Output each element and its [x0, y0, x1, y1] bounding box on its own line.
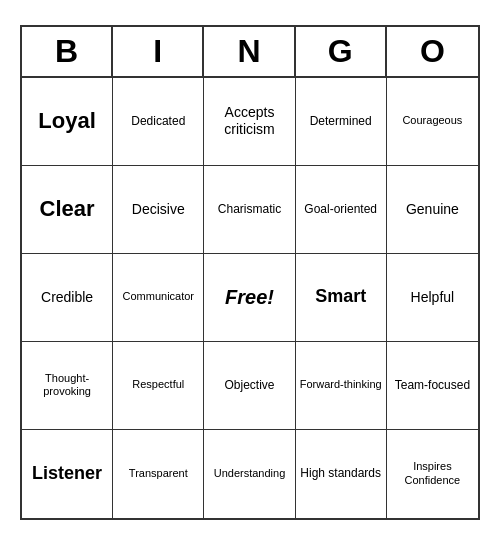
- header-letter: B: [22, 27, 113, 76]
- cell-r3-c2: Objective: [204, 342, 295, 430]
- cell-r3-c4: Team-focused: [387, 342, 478, 430]
- cell-r4-c1: Transparent: [113, 430, 204, 518]
- cell-r1-c2: Charismatic: [204, 166, 295, 254]
- header-letter: G: [296, 27, 387, 76]
- cell-r2-c3: Smart: [296, 254, 387, 342]
- cell-r4-c2: Understanding: [204, 430, 295, 518]
- cell-r0-c0: Loyal: [22, 78, 113, 166]
- cell-r2-c1: Communicator: [113, 254, 204, 342]
- cell-r4-c0: Listener: [22, 430, 113, 518]
- cell-r3-c0: Thought-provoking: [22, 342, 113, 430]
- header-letter: N: [204, 27, 295, 76]
- cell-r2-c0: Credible: [22, 254, 113, 342]
- cell-r1-c4: Genuine: [387, 166, 478, 254]
- cell-r0-c1: Dedicated: [113, 78, 204, 166]
- cell-r1-c0: Clear: [22, 166, 113, 254]
- cell-r4-c4: Inspires Confidence: [387, 430, 478, 518]
- header-letter: O: [387, 27, 478, 76]
- cell-r1-c3: Goal-oriented: [296, 166, 387, 254]
- cell-r3-c3: Forward-thinking: [296, 342, 387, 430]
- bingo-grid: LoyalDedicatedAccepts criticismDetermine…: [22, 78, 478, 518]
- cell-r4-c3: High standards: [296, 430, 387, 518]
- header-letter: I: [113, 27, 204, 76]
- bingo-header: BINGO: [22, 27, 478, 78]
- cell-r2-c4: Helpful: [387, 254, 478, 342]
- cell-r0-c2: Accepts criticism: [204, 78, 295, 166]
- cell-r0-c4: Courageous: [387, 78, 478, 166]
- cell-r0-c3: Determined: [296, 78, 387, 166]
- cell-r2-c2: Free!: [204, 254, 295, 342]
- bingo-card: BINGO LoyalDedicatedAccepts criticismDet…: [20, 25, 480, 520]
- cell-r3-c1: Respectful: [113, 342, 204, 430]
- cell-r1-c1: Decisive: [113, 166, 204, 254]
